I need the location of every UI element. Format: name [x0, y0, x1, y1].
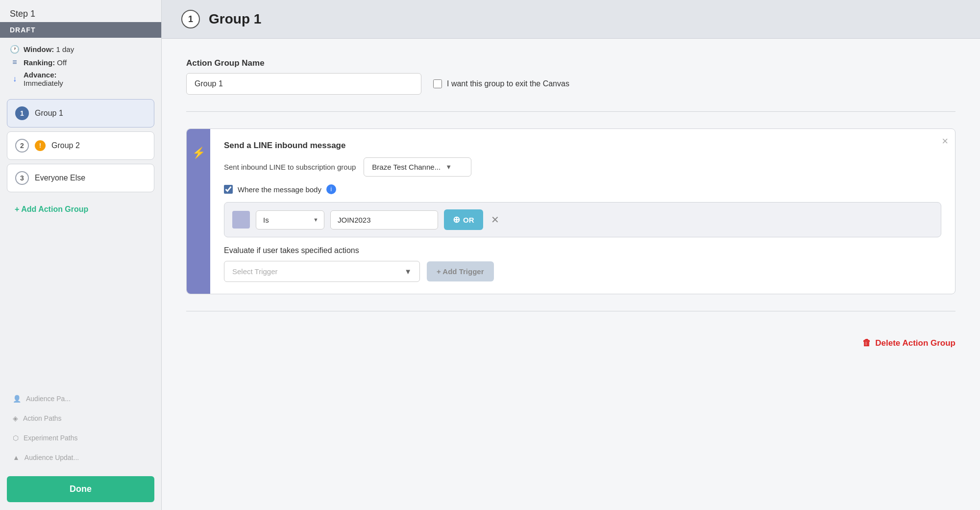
everyone-else-number: 3: [15, 171, 29, 185]
main-body: Action Group Name I want this group to e…: [162, 39, 980, 373]
group2-label: Group 2: [51, 141, 80, 150]
nav-action-paths-icon: ◈: [13, 414, 18, 422]
exit-canvas-row: I want this group to exit the Canvas: [433, 79, 569, 88]
footer-divider: [186, 311, 956, 311]
evaluate-section: Evaluate if user takes specified actions…: [224, 246, 941, 282]
action-card-body: × Send a LINE inbound message Sent inbou…: [210, 129, 955, 294]
done-button[interactable]: Done: [7, 476, 154, 502]
where-message-body-label: Where the message body: [238, 185, 321, 194]
nav-audience-paths-icon: 👤: [13, 395, 21, 403]
trigger-row: Select Trigger ▼ + Add Trigger: [224, 261, 941, 282]
sidebar-meta: 🕐 Window: 1 day ≡ Ranking: Off ↓ Advance…: [0, 38, 161, 94]
advance-icon: ↓: [10, 75, 20, 83]
sidebar-nav: 👤 Audience Pa... ◈ Action Paths ⬡ Experi…: [0, 385, 161, 471]
filter-row: Is ⊕ OR ✕: [224, 202, 941, 237]
meta-advance: ↓ Advance:Immediately: [10, 71, 151, 87]
add-trigger-button[interactable]: + Add Trigger: [427, 261, 494, 281]
meta-advance-label: Advance:Immediately: [24, 71, 63, 87]
action-group-name-input[interactable]: [186, 73, 421, 95]
header-group-number: 1: [181, 10, 200, 28]
subscription-dropdown[interactable]: Braze Test Channe... ▼: [364, 157, 471, 177]
subscription-label: Sent inbound LINE to subscription group: [224, 163, 356, 171]
main-content: 1 Group 1 Action Group Name I want this …: [162, 0, 980, 510]
nav-audience-update-icon: ▲: [13, 454, 20, 461]
action-group-name-section: Action Group Name I want this group to e…: [186, 58, 956, 95]
nav-experiment-paths[interactable]: ⬡ Experiment Paths: [7, 429, 154, 447]
exit-canvas-checkbox[interactable]: [433, 79, 442, 88]
or-button-plus-icon: ⊕: [453, 214, 460, 225]
meta-window-label: Window: 1 day: [24, 45, 74, 53]
rank-icon: ≡: [10, 58, 20, 67]
sidebar-step-label: Step 1: [0, 0, 161, 22]
delete-filter-button[interactable]: ✕: [489, 212, 501, 228]
meta-window: 🕐 Window: 1 day: [10, 45, 151, 54]
filter-condition-wrapper: Is: [256, 210, 324, 230]
section-divider: [186, 111, 956, 112]
group1-number: 1: [15, 106, 29, 120]
where-message-body-row: Where the message body i: [224, 184, 941, 194]
nav-audience-update-label: Audience Updat...: [24, 454, 79, 461]
trash-icon: 🗑: [862, 338, 871, 348]
everyone-else-label: Everyone Else: [35, 174, 85, 182]
or-button-label: OR: [463, 216, 474, 224]
group2-warning-badge: !: [35, 140, 46, 151]
name-row: I want this group to exit the Canvas: [186, 73, 956, 95]
nav-audience-paths[interactable]: 👤 Audience Pa...: [7, 390, 154, 408]
group2-number: 2: [15, 139, 29, 153]
sidebar-item-group2[interactable]: 2 ! Group 2: [7, 131, 154, 160]
evaluate-label: Evaluate if user takes specified actions: [224, 246, 941, 255]
sidebar-groups: 1 Group 1 2 ! Group 2 3 Everyone Else: [0, 94, 161, 197]
trigger-placeholder: Select Trigger: [232, 267, 278, 276]
add-action-group-button[interactable]: + Add Action Group: [7, 199, 154, 220]
filter-value-input[interactable]: [330, 210, 438, 230]
delete-row: 🗑 Delete Action Group: [186, 328, 956, 353]
sidebar: Step 1 DRAFT 🕐 Window: 1 day ≡ Ranking: …: [0, 0, 162, 510]
lightning-icon: ⚡: [192, 147, 205, 159]
trigger-select-dropdown[interactable]: Select Trigger ▼: [224, 261, 420, 282]
filter-condition-select[interactable]: Is: [256, 210, 324, 230]
nav-audience-update[interactable]: ▲ Audience Updat...: [7, 449, 154, 466]
action-card: ⚡ × Send a LINE inbound message Sent inb…: [186, 128, 956, 294]
subscription-value: Braze Test Channe...: [372, 163, 441, 171]
nav-experiment-paths-icon: ⬡: [13, 434, 19, 442]
close-card-button[interactable]: ×: [942, 136, 948, 147]
trigger-dropdown-arrow: ▼: [404, 267, 412, 276]
main-header: 1 Group 1: [162, 0, 980, 39]
sidebar-draft-status: DRAFT: [0, 22, 161, 38]
header-group-title: Group 1: [209, 11, 261, 27]
subscription-row: Sent inbound LINE to subscription group …: [224, 157, 941, 177]
add-trigger-label: + Add Trigger: [437, 267, 484, 276]
action-group-name-label: Action Group Name: [186, 58, 956, 68]
where-info-icon[interactable]: i: [326, 184, 336, 194]
or-button[interactable]: ⊕ OR: [444, 209, 483, 230]
sidebar-item-everyone-else[interactable]: 3 Everyone Else: [7, 164, 154, 192]
nav-action-paths[interactable]: ◈ Action Paths: [7, 409, 154, 427]
nav-experiment-paths-label: Experiment Paths: [24, 434, 78, 442]
exit-canvas-label: I want this group to exit the Canvas: [447, 79, 569, 88]
card-title: Send a LINE inbound message: [224, 141, 941, 151]
nav-action-paths-label: Action Paths: [23, 414, 62, 422]
delete-label: Delete Action Group: [875, 338, 956, 348]
action-card-left-bar: ⚡: [187, 129, 210, 294]
nav-audience-paths-label: Audience Pa...: [26, 395, 71, 403]
group1-label: Group 1: [35, 109, 63, 118]
sidebar-item-group1[interactable]: 1 Group 1: [7, 99, 154, 128]
delete-action-group-button[interactable]: 🗑 Delete Action Group: [862, 338, 956, 348]
meta-ranking: ≡ Ranking: Off: [10, 58, 151, 67]
subscription-dropdown-arrow: ▼: [445, 163, 452, 171]
meta-ranking-label: Ranking: Off: [24, 58, 67, 67]
where-message-body-checkbox[interactable]: [224, 185, 233, 194]
filter-color-indicator: [232, 211, 250, 229]
clock-icon: 🕐: [10, 45, 20, 54]
